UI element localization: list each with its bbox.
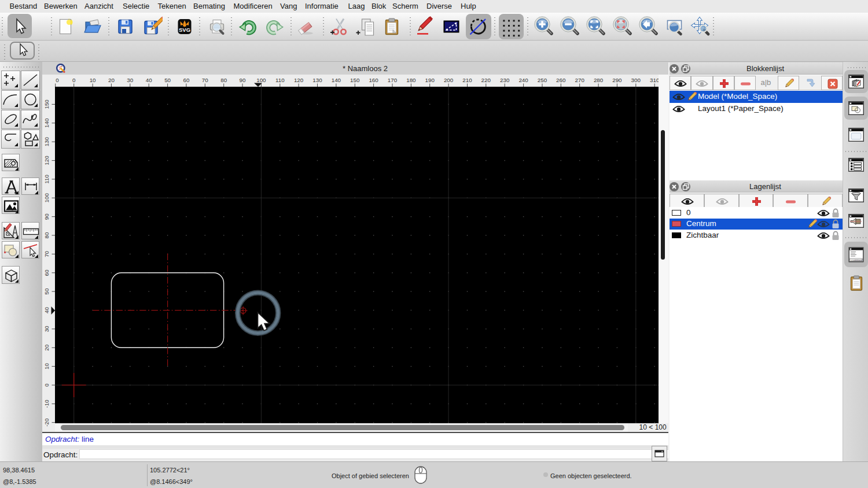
svg-text:0: 0 [56,77,59,83]
svg-text:140: 140 [43,118,50,128]
svg-text:160: 160 [369,77,378,83]
svg-text:40: 40 [43,307,50,313]
svg-text:130: 130 [43,136,50,146]
svg-text:80: 80 [43,232,50,238]
svg-text:> command: > command [851,258,862,261]
svg-text:120: 120 [43,156,50,165]
svg-text:190: 190 [425,77,435,83]
svg-text:230: 230 [500,77,510,83]
svg-text:220: 220 [481,77,491,83]
svg-text:270: 270 [575,77,585,83]
svg-text:180: 180 [406,77,416,83]
svg-text:250: 250 [538,77,547,83]
svg-text:70: 70 [202,77,208,83]
svg-text:30: 30 [43,326,50,332]
svg-text:100: 100 [256,77,266,83]
svg-text:0: 0 [72,77,76,83]
svg-text:130: 130 [312,77,322,83]
svg-text:150: 150 [350,77,360,83]
svg-text:50: 50 [43,288,50,294]
svg-text:300: 300 [631,77,641,83]
svg-text:110: 110 [43,175,50,184]
svg-text:110: 110 [275,77,285,83]
svg-text:60: 60 [43,269,50,276]
svg-text:280: 280 [594,77,604,83]
svg-text:70: 70 [43,250,50,257]
svg-text:40: 40 [146,77,152,83]
svg-text:-10: -10 [43,400,50,408]
svg-text:10: 10 [90,77,96,83]
svg-text:260: 260 [556,77,566,83]
svg-text:100: 100 [43,193,50,203]
svg-text:240: 240 [518,77,528,83]
svg-text:20: 20 [108,77,115,83]
svg-text:200: 200 [444,77,454,83]
svg-text:SVG: SVG [178,27,190,33]
svg-text:-20: -20 [43,418,50,427]
svg-text:0: 0 [43,383,50,387]
svg-text:140: 140 [332,77,341,83]
svg-text:60: 60 [183,77,189,83]
svg-text:30: 30 [127,77,133,83]
svg-text:210: 210 [462,77,472,83]
svg-text:90: 90 [43,213,50,220]
svg-text:290: 290 [612,77,622,83]
svg-text:10: 10 [43,363,50,369]
svg-text:20: 20 [43,344,50,350]
svg-text:310: 310 [650,77,659,83]
svg-text:120: 120 [294,77,304,83]
svg-text:50: 50 [164,77,171,83]
svg-text:170: 170 [388,77,398,83]
svg-text:150: 150 [43,99,50,109]
svg-text:90: 90 [240,77,246,83]
svg-text:80: 80 [220,77,227,83]
